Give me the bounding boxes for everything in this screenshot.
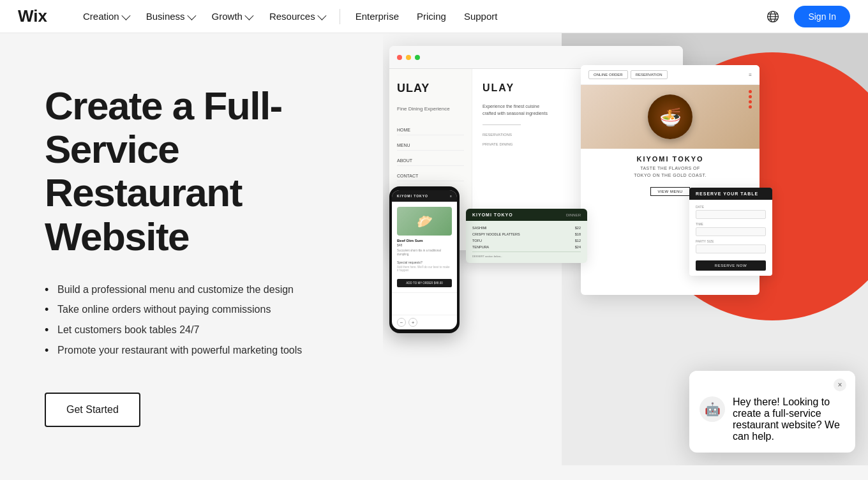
order-item-price-1: $22	[575, 226, 581, 230]
dim-sum-special-text: Add them here. We'll do our best to make…	[397, 266, 452, 272]
add-to-order-btn[interactable]: ADD TO MY ORDER $48.00	[397, 279, 452, 287]
nav-links: Creation Business Growth Resources Enter…	[75, 7, 762, 26]
chatbot-avatar: 🤖	[700, 396, 725, 422]
order-panel-title: KIYOMI TOKYO	[472, 213, 513, 217]
phone-controls: − +	[392, 315, 457, 329]
chevron-down-icon	[187, 11, 196, 20]
bullet-4: Promote your restaurant with powerful ma…	[45, 342, 383, 359]
order-panel-body: SASHIMI $22 CRISPY NOODLE PLATTERS $18 T…	[466, 221, 587, 263]
order-item-price-2: $18	[575, 232, 581, 236]
phone-brand: KIYOMI TOKYO	[397, 194, 428, 198]
dim-sum-image: 🥟	[397, 207, 452, 236]
nav-item-enterprise[interactable]: Enterprise	[348, 7, 407, 26]
bullet-1: Build a professional menu and customize …	[45, 281, 383, 298]
dim-sum-name: Beef Dim Sum	[397, 239, 452, 243]
window-dot-yellow	[406, 55, 411, 60]
sidebar-nav-menu: MENU	[397, 140, 464, 151]
order-item-name-3: TOFU	[472, 239, 482, 243]
order-item-price-4: $24	[575, 245, 581, 249]
order-item-name-4: TENPURA	[472, 245, 489, 249]
dim-sum-special-label: Special requests?	[397, 260, 452, 264]
order-panel: KIYOMI TOKYO DINNER SASHIMI $22 CRISPY N…	[466, 209, 587, 263]
hero-right: ULAY Fine Dining Experience HOME MENU AB…	[383, 33, 868, 465]
order-item-2: CRISPY NOODLE PLATTERS $18	[472, 232, 581, 236]
sign-in-button[interactable]: Sign In	[794, 6, 850, 27]
navbar: Wix Creation Business Growth Resources E…	[0, 0, 868, 33]
wix-logo[interactable]: Wix	[18, 8, 57, 26]
order-panel-header: KIYOMI TOKYO DINNER	[466, 209, 587, 221]
nav-item-support[interactable]: Support	[456, 7, 505, 26]
nav-item-pricing[interactable]: Pricing	[409, 7, 454, 26]
kiyomi-brand: KIYOMI TOKYO	[590, 155, 751, 163]
reserve-field-time: Time	[696, 222, 766, 236]
reserve-input-time[interactable]	[696, 227, 766, 236]
reserve-panel: RESERVE YOUR TABLE Date Time Party size	[689, 188, 772, 276]
nav-right: Sign In	[762, 6, 850, 27]
reserve-header: RESERVE YOUR TABLE	[689, 188, 772, 200]
chatbot-close-btn[interactable]: ×	[834, 379, 846, 391]
hero-title: Create a Full-Service Restaurant Website	[45, 84, 383, 259]
phone-mockup: KIYOMI TOKYO ≡ 🥟 Beef Dim Sum $48 Succul…	[389, 186, 460, 333]
sushi-decoration	[749, 90, 752, 109]
sidebar-nav-contact: CONTACT	[397, 171, 464, 181]
kiyomi-tagline: TASTE THE FLAVORS OFTOKYO ON THE GOLD CO…	[590, 165, 751, 179]
phone-header: KIYOMI TOKYO ≡	[392, 190, 457, 202]
reserve-field-date: Date	[696, 205, 766, 219]
reserve-title: RESERVE YOUR TABLE	[696, 191, 766, 196]
ctrl-minus[interactable]: −	[397, 318, 406, 327]
nav-item-growth[interactable]: Growth	[204, 7, 259, 26]
nav-item-creation[interactable]: Creation	[75, 7, 136, 26]
sidebar-nav-home: HOME	[397, 125, 464, 135]
order-item-3: TOFU $12	[472, 239, 581, 243]
chatbot-message: Hey there! Looking to create a full-serv…	[733, 396, 845, 442]
nav-item-business[interactable]: Business	[138, 7, 202, 26]
reserve-label-party: Party size	[696, 239, 766, 243]
kiyomi-view-menu: VIEW MENU	[650, 187, 689, 196]
phone-body: 🥟 Beef Dim Sum $48 Succulent short ribs …	[392, 202, 457, 315]
restaurant-name-sidebar: ULAY	[397, 82, 464, 95]
sidebar-subtitle: Fine Dining Experience	[397, 105, 464, 112]
chevron-down-icon	[317, 11, 326, 20]
mockup-container: ULAY Fine Dining Experience HOME MENU AB…	[389, 46, 760, 314]
sidebar-nav-about: ABOUT	[397, 156, 464, 166]
bullet-2: Take online orders without paying commis…	[45, 301, 383, 318]
window-dot-red	[397, 55, 402, 60]
reserve-input-party[interactable]	[696, 244, 766, 253]
nav-item-resources[interactable]: Resources	[262, 7, 332, 26]
ctrl-plus[interactable]: +	[408, 318, 417, 327]
order-item-name-1: SASHIMI	[472, 226, 487, 230]
hero-left: Create a Full-Service Restaurant Website…	[0, 33, 383, 465]
kiyomi-hero-image: 🍜	[581, 85, 760, 149]
dim-sum-price: $48	[397, 243, 452, 247]
reserve-label-time: Time	[696, 222, 766, 226]
get-started-button[interactable]: Get Started	[45, 393, 140, 427]
reserve-field-party: Party size	[696, 239, 766, 253]
reserve-input-date[interactable]	[696, 210, 766, 219]
page-wrapper: Create a Full-Service Restaurant Website…	[0, 0, 868, 465]
chatbot-widget: × 🤖 Hey there! Looking to create a full-…	[689, 371, 855, 453]
order-item-1: SASHIMI $22	[472, 226, 581, 230]
order-item-4: TENPURA $24	[472, 245, 581, 249]
kiyomi-nav-btns: ONLINE ORDER RESERVATION	[588, 70, 668, 79]
kiyomi-header: ONLINE ORDER RESERVATION ≡	[581, 65, 760, 85]
language-selector[interactable]	[762, 6, 784, 27]
reservation-btn: RESERVATION	[631, 70, 668, 79]
hero-bullets: Build a professional menu and customize …	[45, 281, 383, 362]
online-order-btn: ONLINE ORDER	[588, 70, 628, 79]
bullet-3: Let customers book tables 24/7	[45, 322, 383, 338]
reserve-body: Date Time Party size RESERVE NOW	[689, 200, 772, 276]
chatbot-header: ×	[689, 371, 855, 396]
kiyomi-menu-icon: ≡	[749, 72, 752, 78]
nav-divider	[340, 9, 340, 24]
reserve-now-btn[interactable]: RESERVE NOW	[696, 260, 766, 271]
sushi-plate: 🍜	[648, 94, 692, 139]
dim-sum-desc: Succulent short ribs in a traditional du…	[397, 249, 452, 257]
svg-text:Wix: Wix	[18, 8, 48, 26]
phone-screen: KIYOMI TOKYO ≡ 🥟 Beef Dim Sum $48 Succul…	[392, 190, 457, 329]
chevron-down-icon	[121, 11, 130, 20]
phone-nav-icon: ≡	[450, 194, 452, 198]
dim-sum-card: 🥟 Beef Dim Sum $48 Succulent short ribs …	[392, 202, 457, 293]
order-panel-close: DINNER	[566, 213, 581, 217]
chatbot-body: 🤖 Hey there! Looking to create a full-se…	[689, 396, 855, 453]
chevron-down-icon	[244, 11, 253, 20]
